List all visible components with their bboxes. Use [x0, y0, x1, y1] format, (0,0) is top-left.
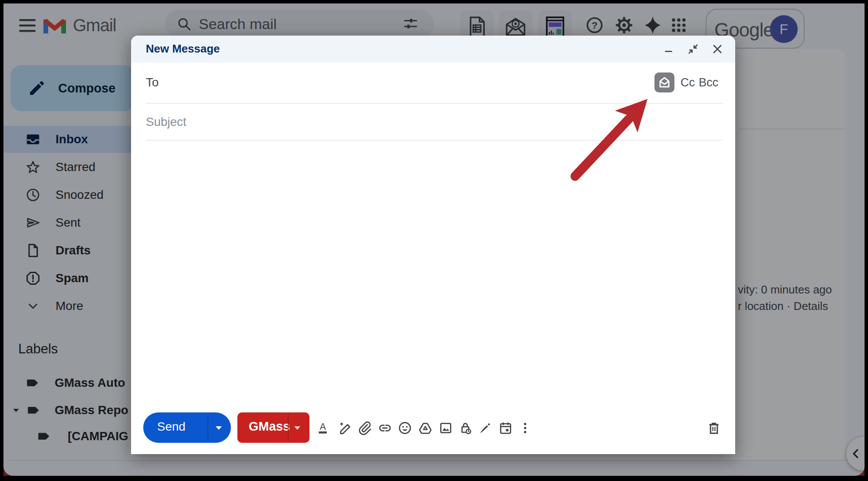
exit-fullscreen-button[interactable] — [686, 42, 700, 56]
more-options-button[interactable] — [516, 419, 534, 437]
insert-from-drive-button[interactable] — [417, 419, 434, 437]
calendar-icon — [498, 421, 513, 435]
close-icon — [711, 43, 723, 55]
insert-photo-button[interactable] — [437, 419, 454, 437]
to-label: To — [146, 76, 159, 89]
screenshot-frame: Gmail Search mail — [0, 0, 868, 481]
more-options-icon — [518, 421, 533, 435]
gmass-split-divider — [288, 414, 289, 441]
cc-button[interactable]: Cc — [681, 76, 695, 89]
image-icon — [438, 421, 453, 435]
message-body[interactable] — [131, 141, 735, 410]
confidential-icon — [458, 421, 473, 435]
insert-signature-button[interactable] — [477, 419, 494, 437]
signature-pen-icon — [478, 421, 493, 435]
send-options-caret-icon[interactable] — [214, 424, 224, 432]
attach-icon — [357, 421, 372, 435]
link-icon — [378, 421, 392, 435]
magic-pen-icon — [338, 421, 352, 435]
gmass-options-caret-icon[interactable] — [292, 424, 302, 432]
gmass-send-label: GMass — [249, 419, 290, 434]
set-meeting-time-button[interactable] — [497, 419, 514, 437]
subject-field[interactable]: Subject — [131, 104, 735, 140]
minimize-button[interactable] — [661, 42, 676, 56]
confidential-mode-button[interactable] — [457, 419, 474, 437]
trash-icon — [707, 421, 721, 435]
send-button[interactable]: Send — [143, 412, 231, 443]
compose-header[interactable]: New Message — [131, 36, 735, 63]
page-background: Gmail Search mail — [3, 3, 865, 476]
attach-file-button[interactable] — [356, 419, 373, 437]
gmass-icon — [658, 76, 671, 89]
gmass-send-button[interactable]: GMass — [237, 412, 309, 443]
discard-draft-button[interactable] — [705, 419, 723, 437]
formatting-icon: A — [317, 421, 332, 435]
to-field[interactable]: To Cc Bcc — [131, 63, 735, 103]
close-button[interactable] — [710, 42, 725, 56]
help-me-write-button[interactable] — [336, 419, 354, 437]
subject-placeholder: Subject — [146, 115, 186, 129]
emoji-icon — [398, 421, 412, 435]
drive-icon — [418, 421, 433, 435]
svg-text:A: A — [320, 422, 326, 432]
compose-window: New Message To — [131, 36, 735, 454]
bcc-button[interactable]: Bcc — [699, 76, 718, 89]
gmass-recipients-button[interactable] — [654, 72, 674, 92]
send-split-divider — [207, 415, 208, 440]
exit-fullscreen-icon — [687, 43, 699, 55]
minimize-icon — [663, 43, 674, 55]
formatting-options-button[interactable]: A — [316, 419, 333, 437]
send-label: Send — [157, 420, 185, 434]
insert-emoji-button[interactable] — [396, 419, 414, 437]
insert-link-button[interactable] — [376, 419, 394, 437]
compose-title: New Message — [146, 42, 220, 56]
